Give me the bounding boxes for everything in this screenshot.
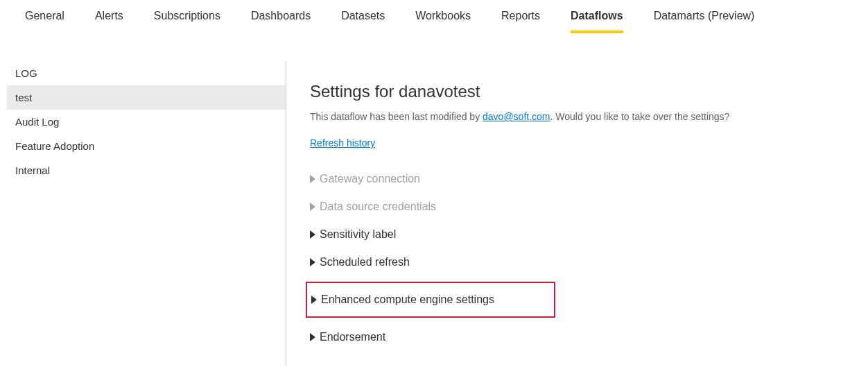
caret-right-icon	[310, 175, 315, 183]
highlight-box: Enhanced compute engine settings	[306, 282, 555, 318]
tab-dataflows[interactable]: Dataflows	[571, 10, 623, 33]
tab-alerts[interactable]: Alerts	[95, 10, 123, 33]
tab-reports[interactable]: Reports	[501, 10, 540, 33]
accordion-label: Scheduled refresh	[320, 256, 410, 269]
tab-datasets[interactable]: Datasets	[341, 10, 385, 33]
subtitle: This dataflow has been last modified by …	[310, 111, 844, 122]
accordion-enhanced-compute-engine[interactable]: Enhanced compute engine settings	[309, 287, 553, 312]
sidebar-item-test[interactable]: test	[7, 85, 286, 110]
accordion-sensitivity-label[interactable]: Sensitivity label	[310, 221, 844, 248]
accordion-label: Gateway connection	[320, 173, 420, 185]
tab-dashboards[interactable]: Dashboards	[251, 10, 311, 33]
caret-right-icon	[311, 296, 317, 304]
main-content: Settings for danavotest This dataflow ha…	[286, 61, 868, 366]
caret-right-icon	[310, 258, 315, 266]
sidebar-item-internal[interactable]: Internal	[7, 158, 286, 182]
tab-bar: General Alerts Subscriptions Dashboards …	[0, 0, 868, 33]
tab-general[interactable]: General	[25, 10, 64, 33]
page-title: Settings for danavotest	[310, 82, 844, 101]
caret-right-icon	[310, 230, 315, 239]
subtitle-before: This dataflow has been last modified by	[310, 111, 483, 122]
accordion-data-source-credentials[interactable]: Data source credentials	[310, 193, 844, 221]
accordion-label: Enhanced compute engine settings	[321, 293, 494, 306]
sidebar: LOG test Audit Log Feature Adoption Inte…	[0, 61, 286, 366]
tab-workbooks[interactable]: Workbooks	[415, 10, 471, 33]
accordion-gateway-connection[interactable]: Gateway connection	[310, 165, 844, 193]
sidebar-item-feature-adoption[interactable]: Feature Adoption	[7, 134, 286, 158]
owner-email-link[interactable]: davo@soft.com	[483, 111, 550, 122]
caret-right-icon	[310, 333, 315, 341]
accordion-label: Endorsement	[320, 331, 385, 343]
caret-right-icon	[310, 203, 315, 211]
accordion-label: Data source credentials	[320, 201, 436, 213]
subtitle-after: . Would you like to take over the settin…	[550, 111, 730, 122]
sidebar-item-audit-log[interactable]: Audit Log	[7, 110, 286, 134]
sidebar-item-log[interactable]: LOG	[7, 61, 286, 85]
refresh-history-link[interactable]: Refresh history	[310, 137, 375, 148]
accordion-endorsement[interactable]: Endorsement	[310, 323, 844, 351]
tab-subscriptions[interactable]: Subscriptions	[154, 10, 220, 33]
tab-datamarts[interactable]: Datamarts (Preview)	[654, 10, 755, 33]
accordion-label: Sensitivity label	[320, 228, 396, 241]
accordion-scheduled-refresh[interactable]: Scheduled refresh	[310, 248, 844, 276]
